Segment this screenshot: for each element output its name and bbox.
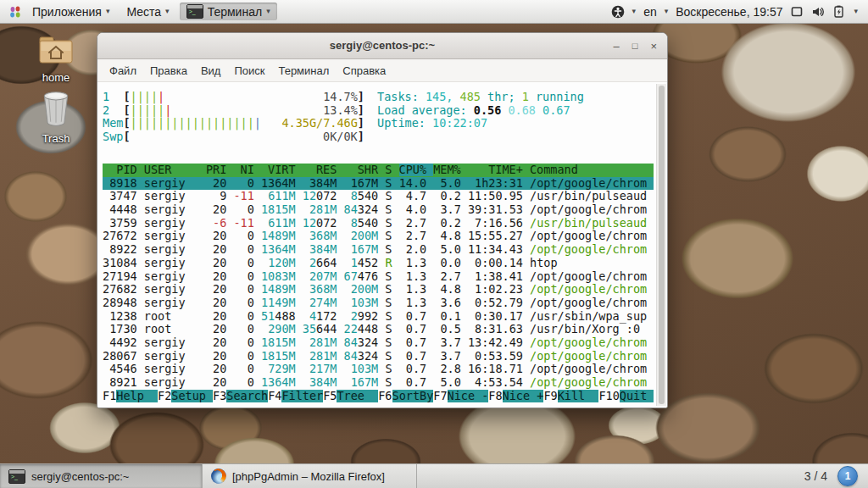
text-segment: 12 [303,216,316,230]
scrollbar[interactable] [656,84,666,406]
table-row[interactable]: 3747 sergiy 9 -11 611M 12072 8540 S 4.7 … [103,190,654,203]
table-row[interactable]: 1730 root 20 0 290M 35644 22448 S 0.7 0.… [103,323,654,336]
close-button[interactable]: × [650,40,657,53]
volume-icon[interactable] [811,5,825,19]
text-segment: 485 [460,91,488,103]
text-segment: 67 [344,269,358,283]
text-segment: 0.7 0.5 8:31.63 [392,322,531,336]
menu-terminal[interactable]: Терминал [271,64,336,77]
text-segment: /opt/google/chrom [530,242,647,256]
table-row[interactable]: 28948 sergiy 20 0 1149M 274M 103M S 1.3 … [103,297,654,310]
text-segment: ||||| [131,103,165,117]
text-segment: 274M [309,296,337,309]
table-row[interactable]: 4546 sergiy 20 0 729M 217M 103M S 0.7 2.… [103,363,654,376]
minimize-button[interactable]: – [614,40,620,53]
menu-file[interactable]: Файл [103,64,143,77]
table-row[interactable]: 4448 sergiy 20 0 1815M 281M 84324 S 4.0 … [103,203,654,217]
table-row[interactable]: 27194 sergiy 20 0 1083M 207M 67476 S 1.3… [103,270,654,284]
text-segment: 8 [344,189,358,202]
table-row[interactable]: 31084 sergiy 20 0 120M 2664 1452 R 1.3 0… [103,257,654,270]
text-segment: 84 [344,202,358,216]
table-row[interactable]: 8918 sergiy 20 0 1364M 384M 167M S 14.0 … [103,177,654,191]
text-segment [303,296,309,309]
text-segment: 1489M [261,229,296,242]
text-segment [296,269,303,283]
notification-badge[interactable]: 1 [837,466,858,486]
window-titlebar[interactable]: sergiy@centos-pc:~ – □ × [97,33,667,59]
text-segment: CPU% [399,164,434,176]
terminal-window: sergiy@centos-pc:~ – □ × Файл Правка Вид… [97,32,668,408]
text-segment: 4.35G/7.46G [281,116,357,130]
terminal-content[interactable]: 1 [||||| 14.7%]2 [|||||| 13.4%]Mem[|||||… [97,82,667,408]
menu-help[interactable]: Справка [336,64,392,77]
text-segment: /usr/sbin/wpa_sup [530,309,647,323]
chevron-down-icon[interactable]: ▾ [632,8,637,15]
fkey-F4[interactable]: F4Filter [268,390,323,402]
clock[interactable]: Воскресенье, 19:57 [676,5,782,19]
menu-search[interactable]: Поиск [227,64,271,77]
text-segment: 3747 sergiy [103,189,206,202]
text-segment [296,282,303,296]
text-segment: 0 [233,242,253,256]
text-segment: 20 [206,256,226,269]
table-header[interactable]: PID USER PRI NI VIRT RES SHR S CPU% MEM%… [103,164,654,177]
fkey-F1[interactable]: F1Help [103,390,158,402]
desktop-icon-trash[interactable]: Trash [29,90,83,145]
battery-icon[interactable] [832,5,846,19]
table-row[interactable]: 27672 sergiy 20 0 1489M 368M 200M S 2.7 … [103,230,654,243]
text-segment: 4448 sergiy [103,202,206,216]
text-segment [303,269,309,283]
table-row[interactable]: 27682 sergiy 20 0 1489M 368M 200M S 1.3 … [103,283,654,297]
accessibility-icon[interactable] [611,5,625,19]
text-segment: 1238 root [103,309,206,323]
taskbar-button-terminal[interactable]: sergiy@centos-pc:~ [0,464,203,488]
table-row[interactable]: 28067 sergiy 20 0 1815M 281M 84324 S 0.7… [103,350,654,363]
scrollbar-handle[interactable] [659,86,665,404]
menu-applications[interactable]: Приложения ▾ [25,3,116,20]
text-segment: 2 [344,309,358,323]
display-icon[interactable] [790,5,804,19]
table-row[interactable]: 3759 sergiy -6 -11 611M 12072 8540 S 2.7… [103,217,654,230]
text-segment: S [385,229,392,242]
text-segment: ] [358,91,364,103]
text-segment [303,336,309,349]
active-app-menu[interactable]: Терминал ▾ [180,3,277,20]
text-segment [303,375,309,389]
desktop-icon-home[interactable]: home [29,34,83,84]
text-segment: 13.4% [323,103,358,117]
top-panel: Приложения ▾ Места ▾ Терминал ▾ ▾ [0,0,868,24]
table-row[interactable]: 1238 root 20 0 51488 4172 2992 S 0.7 0.1… [103,310,654,324]
taskbar-button-firefox[interactable]: [phpPgAdmin – Mozilla Firefox] [203,464,417,488]
workspace-indicator[interactable]: 3 / 4 [804,469,827,483]
fkey-F10[interactable]: F10Quit [598,390,654,402]
menu-places[interactable]: Места ▾ [120,3,175,20]
fkey-F7[interactable]: F7Nice - [433,390,488,402]
chevron-down-icon[interactable]: ▾ [854,8,858,15]
text-segment: 290M [268,322,296,336]
text-segment: 31084 sergiy [103,256,206,269]
keyboard-layout-indicator[interactable]: en [643,5,657,19]
menu-view[interactable]: Вид [194,64,228,77]
fkey-F2[interactable]: F2Setup [158,390,213,402]
text-segment [337,229,343,242]
table-row[interactable]: 8922 sergiy 20 0 1364M 384M 167M S 2.0 5… [103,243,654,257]
text-segment: 1 [344,256,358,269]
text-segment [344,375,351,389]
menu-edit[interactable]: Правка [143,64,194,77]
text-segment: 0.7 3.7 0:53.59 [392,349,531,363]
text-segment: 84 [344,349,358,363]
maximize-button[interactable]: □ [632,41,638,51]
table-row[interactable]: 4492 sergiy 20 0 1815M 281M 84324 S 0.7 … [103,336,654,350]
fkey-F6[interactable]: F6SortBy [378,390,433,402]
text-segment: Load average: [377,103,474,117]
fkey-F8[interactable]: F8Nice + [488,390,543,402]
fkey-F9[interactable]: F9Kill [543,390,598,402]
text-segment: 8921 sergiy [103,375,206,389]
text-segment: F7 [433,390,447,402]
table-row[interactable]: 8921 sergiy 20 0 1364M 384M 167M S 0.7 5… [103,376,654,390]
chevron-down-icon[interactable]: ▾ [665,8,669,15]
fkey-F3[interactable]: F3Search [213,390,268,402]
fkey-F5[interactable]: F5Tree [323,390,378,402]
text-segment [344,229,351,242]
text-segment: /opt/google/chrom [530,229,647,242]
